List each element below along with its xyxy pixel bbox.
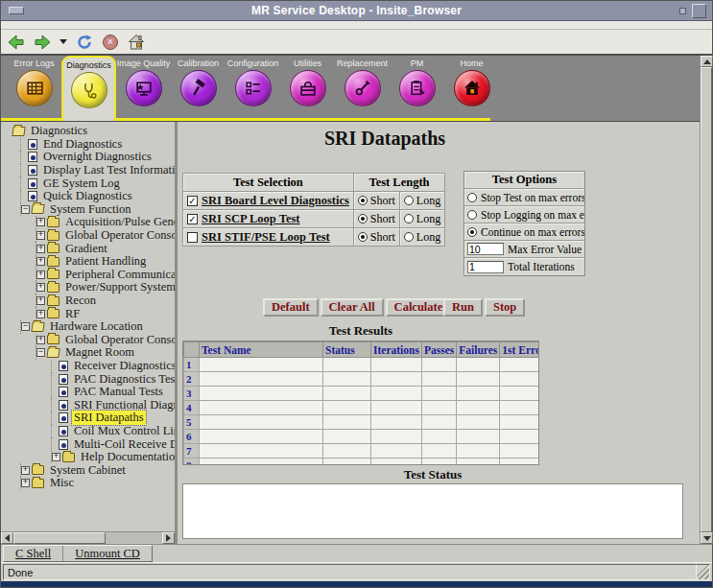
tree-item-overnight-diagnostics[interactable]: Overnight Diagnostics [3, 151, 175, 164]
collapse-icon[interactable]: − [21, 205, 30, 214]
option-input[interactable] [467, 261, 504, 273]
back-button[interactable] [7, 33, 26, 52]
collapse-icon[interactable]: − [36, 348, 45, 357]
checkbox-unchecked-icon[interactable] [187, 232, 198, 243]
checkbox-checked-icon[interactable]: ✓ [187, 196, 198, 206]
result-cell [371, 430, 422, 444]
forward-button[interactable] [33, 33, 52, 52]
tree-item-peripheral-communications[interactable]: +Peripheral Communications [3, 269, 175, 282]
stop-button[interactable]: Stop [485, 298, 525, 317]
tree-item-hardware-location[interactable]: −Hardware Location [3, 320, 175, 334]
expand-icon[interactable]: + [36, 257, 45, 266]
tree-item-system-function[interactable]: −System Function [3, 203, 175, 217]
tree-item-gradient[interactable]: +Gradient [3, 242, 175, 255]
tree-item-patient-handling[interactable]: +Patient Handling [3, 255, 175, 269]
folder-icon [47, 296, 59, 306]
tree-item-receiver-diagnostics[interactable]: Receiver Diagnostics [3, 360, 175, 373]
tree-item-end-diagnostics[interactable]: End Diagnostics [3, 138, 175, 152]
tree-item-ge-system-log[interactable]: GE System Log [3, 176, 175, 190]
run-button[interactable]: Run [443, 298, 483, 317]
main-vscroll-thumb[interactable] [701, 67, 712, 532]
tree-item-multi-coil-receive-diag[interactable]: Multi-Coil Receive Diag [3, 437, 175, 451]
tree-hscroll-thumb[interactable] [13, 532, 106, 544]
tree-item-rf[interactable]: +RF [3, 307, 175, 320]
tree-item-help-documentation[interactable]: +Help Documentation [3, 451, 175, 464]
expand-icon[interactable]: + [36, 218, 45, 226]
option-radio-row[interactable]: Stop Test on max errors [464, 189, 584, 206]
tree-item-quick-diagnostics[interactable]: Quick Diagnostics [3, 190, 175, 203]
app-button-diagnostics[interactable]: Diagnostics [61, 56, 116, 121]
tree-item-recon[interactable]: +Recon [3, 294, 175, 308]
stop-button[interactable]: × [101, 33, 120, 52]
tree-item-sri-functional-diagnostics[interactable]: SRI Functional Diagnostics [3, 398, 175, 412]
expand-icon[interactable]: + [36, 310, 45, 318]
expand-icon[interactable]: + [21, 466, 30, 475]
test-link[interactable]: SRI Board Level Diagnostics [202, 194, 349, 208]
expand-icon[interactable]: + [36, 283, 45, 292]
option-radio-row[interactable]: Stop Logging on max errors [464, 206, 584, 223]
app-button-image-quality[interactable]: Image Quality [116, 56, 171, 121]
app-button-calibration[interactable]: Calibration [171, 56, 226, 121]
history-dropdown-button[interactable] [59, 33, 68, 52]
tree-item-coil-mux-control-lines-fu[interactable]: Coil Mux Control Lines Fu [3, 425, 175, 438]
tree-item-diagnostics[interactable]: Diagnostics [3, 125, 175, 138]
tree-item-system-cabinet[interactable]: +System Cabinet [3, 463, 175, 477]
table-row: 4 [184, 401, 540, 415]
test-link[interactable]: SRI STIF/PSE Loop Test [202, 230, 330, 245]
tree-item-pac-manual-tests[interactable]: PAC Manual Tests [3, 386, 175, 399]
long-radio[interactable]: Long [404, 194, 440, 208]
clear-all-button[interactable]: Clear All [321, 298, 384, 317]
tree-item-global-operator-console[interactable]: +Global Operator Console [3, 229, 175, 243]
c-shell-button[interactable]: C Shell [4, 546, 63, 561]
test-link[interactable]: SRI SCP Loop Test [202, 212, 299, 226]
tree-item-pac-diagnostics-test[interactable]: PAC Diagnostics Test [3, 372, 175, 386]
main-vertical-scrollbar[interactable] [700, 56, 712, 544]
expand-icon[interactable]: + [36, 270, 45, 279]
folder-icon [46, 348, 59, 358]
expand-icon[interactable]: + [36, 231, 45, 240]
expand-icon[interactable]: + [36, 336, 45, 344]
tree-horizontal-scrollbar[interactable] [1, 531, 175, 544]
expand-icon[interactable]: + [52, 453, 60, 461]
short-radio[interactable]: Short [358, 194, 395, 208]
main-scroll-down-button[interactable] [701, 532, 713, 544]
option-radio-row[interactable]: Continue on max errors [464, 223, 584, 241]
tree-item-sri-datapaths[interactable]: SRI Datapaths [3, 412, 175, 425]
result-cell [200, 358, 323, 372]
table-row: 2 [184, 372, 540, 387]
nav-home-button[interactable] [127, 33, 146, 52]
short-radio[interactable]: Short [358, 230, 395, 245]
expand-icon[interactable]: + [36, 296, 45, 305]
checkbox-checked-icon[interactable]: ✓ [187, 214, 198, 224]
main-scroll-up-button[interactable] [701, 56, 713, 67]
unmount-cd-button[interactable]: Unmount CD [63, 546, 152, 561]
tree-item-display-last-test-information[interactable]: Display Last Test Information [3, 164, 175, 177]
result-cell [371, 387, 422, 401]
app-button-replacement[interactable]: Replacement [335, 56, 390, 121]
app-button-error-logs[interactable]: Error Logs [7, 56, 61, 121]
tree-item-global-operator-console[interactable]: +Global Operator Console [3, 334, 175, 347]
tree-item-magnet-room[interactable]: −Magnet Room [3, 346, 175, 360]
scroll-left-button[interactable] [1, 532, 13, 544]
tree-item-misc[interactable]: +Misc [3, 477, 175, 490]
app-button-label: Configuration [227, 59, 279, 68]
test-status-textarea[interactable] [182, 483, 683, 539]
short-radio[interactable]: Short [358, 212, 395, 226]
refresh-button[interactable] [75, 33, 94, 52]
app-button-pm[interactable]: PM [390, 56, 444, 121]
long-radio[interactable]: Long [404, 230, 440, 245]
resize-grip[interactable] [697, 564, 710, 580]
expand-icon[interactable]: + [36, 245, 45, 253]
tree-item-acquisition-pulse-generatio[interactable]: +Acquisition/Pulse Generatio [3, 216, 175, 229]
long-radio[interactable]: Long [404, 212, 440, 226]
app-button-configuration[interactable]: Configuration [226, 56, 280, 121]
default-button[interactable]: Default [263, 298, 319, 317]
option-input[interactable] [467, 243, 504, 255]
app-button-utilities[interactable]: Utilities [280, 56, 335, 121]
expand-icon[interactable]: + [21, 479, 30, 487]
tree-item-power-support-systems[interactable]: +Power/Support Systems [3, 281, 175, 294]
scroll-right-button[interactable] [162, 532, 175, 544]
collapse-icon[interactable]: − [21, 322, 30, 331]
test-selection-row: SRI STIF/PSE Loop TestShortLong [183, 228, 445, 247]
app-button-home[interactable]: Home [444, 56, 499, 121]
